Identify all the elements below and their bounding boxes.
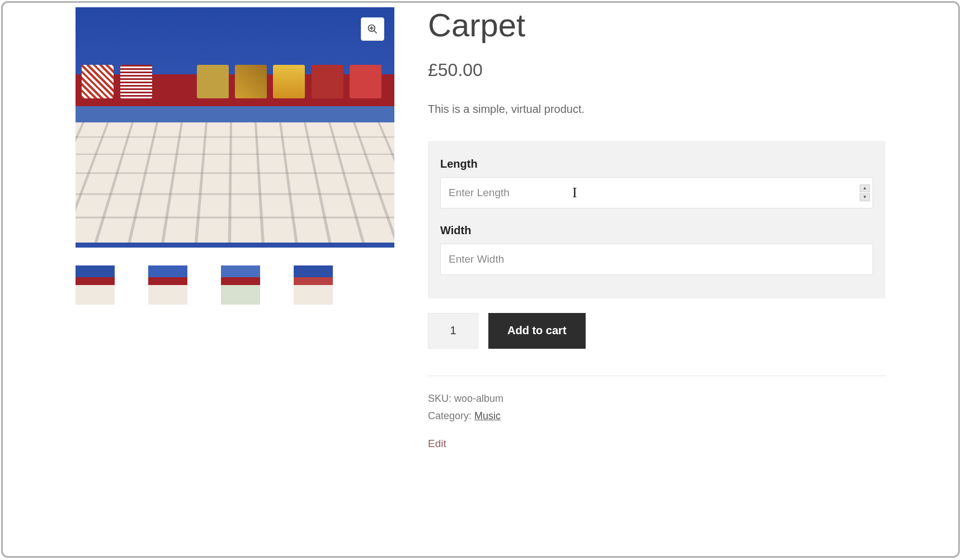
length-spinner-down[interactable]: ▼ [860, 193, 870, 201]
add-to-cart-row: Add to cart [428, 313, 885, 349]
zoom-button[interactable] [361, 17, 384, 41]
product-container: Carpet £50.00 This is a simple, virtual … [76, 7, 885, 450]
thumbnail-row [76, 265, 394, 305]
width-input[interactable] [440, 244, 873, 275]
product-description: This is a simple, virtual product. [428, 103, 885, 116]
thumbnail-1[interactable] [76, 265, 115, 305]
width-field-wrap: Width [440, 224, 873, 275]
sku-line: SKU: woo-album [428, 393, 885, 405]
length-input[interactable] [440, 177, 873, 208]
product-main-image[interactable] [76, 7, 394, 248]
product-page: Carpet £50.00 This is a simple, virtual … [1, 1, 960, 558]
quantity-input[interactable] [428, 313, 478, 349]
add-to-cart-button[interactable]: Add to cart [488, 313, 586, 349]
edit-link[interactable]: Edit [428, 438, 446, 450]
meta-divider [428, 376, 885, 376]
product-price: £50.00 [428, 60, 885, 80]
category-line: Category: Music [428, 410, 885, 422]
length-spinner-up[interactable]: ▲ [860, 184, 870, 192]
zoom-icon [367, 23, 378, 35]
main-image-wrap [76, 7, 394, 248]
thumbnail-3[interactable] [221, 265, 260, 305]
thumbnail-2[interactable] [148, 265, 187, 305]
width-label: Width [440, 224, 873, 237]
product-details: Carpet £50.00 This is a simple, virtual … [428, 7, 885, 450]
custom-options-box: Length I ▲ ▼ Width [428, 141, 885, 298]
sku-label: SKU: [428, 393, 454, 404]
category-label: Category: [428, 410, 474, 421]
svg-line-1 [374, 31, 377, 34]
length-field-wrap: Length I ▲ ▼ [440, 158, 873, 208]
length-spinner: ▲ ▼ [860, 184, 870, 201]
product-title: Carpet [428, 7, 885, 43]
category-link[interactable]: Music [474, 410, 501, 421]
thumbnail-4[interactable] [294, 265, 333, 305]
length-label: Length [440, 158, 873, 170]
sku-value: woo-album [454, 393, 503, 404]
product-gallery [76, 7, 394, 450]
